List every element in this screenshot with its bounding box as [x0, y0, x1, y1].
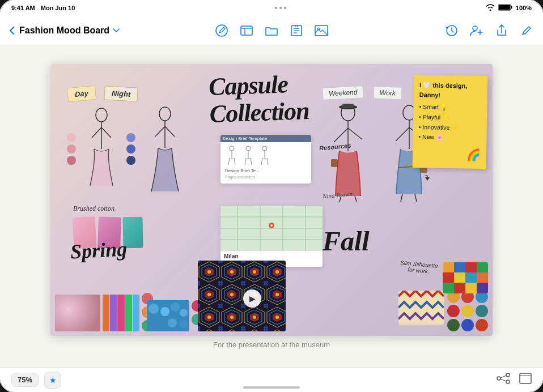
- rainbow-emoji: 🌈: [418, 145, 481, 163]
- night-sketch: [124, 104, 192, 194]
- svg-point-70: [153, 317, 163, 327]
- svg-line-55: [355, 196, 357, 202]
- svg-line-22: [92, 127, 101, 138]
- svg-line-23: [101, 127, 111, 138]
- bottom-mid-swatches: [147, 300, 203, 331]
- svg-rect-93: [477, 272, 488, 283]
- svg-point-3: [216, 25, 227, 36]
- svg-rect-83: [198, 261, 286, 331]
- zoom-area: 75% ★: [11, 372, 61, 389]
- svg-point-31: [230, 146, 234, 151]
- svg-rect-92: [465, 272, 477, 283]
- text-box-icon[interactable]: [289, 23, 304, 38]
- design-brief-card: Design Brief Template: [220, 135, 311, 184]
- status-time: 9:41 AM: [11, 5, 35, 11]
- zigzag-swatch: [398, 291, 444, 325]
- network-icon[interactable]: [497, 373, 510, 387]
- svg-point-98: [497, 377, 500, 380]
- main-content: CapsuleCollection Day Night: [0, 45, 543, 367]
- share-icon[interactable]: [494, 23, 509, 38]
- back-button[interactable]: [9, 26, 15, 35]
- day-sketch: [65, 104, 127, 194]
- svg-point-25: [126, 144, 135, 154]
- svg-point-33: [246, 146, 251, 151]
- svg-point-24: [126, 133, 135, 142]
- battery-icon: [498, 4, 512, 12]
- svg-point-66: [149, 304, 159, 314]
- left-section: Day Night: [62, 81, 203, 319]
- svg-rect-103: [520, 373, 531, 384]
- status-dot-1: [275, 7, 277, 9]
- svg-point-17: [67, 133, 76, 142]
- svg-line-58: [396, 127, 409, 141]
- folder-icon[interactable]: [264, 23, 279, 38]
- candy-swatch: [147, 300, 189, 331]
- svg-rect-87: [454, 262, 465, 272]
- svg-rect-95: [454, 283, 465, 293]
- sticky-title: I 🤍 this design, Danny!: [419, 80, 482, 100]
- fabric-label: Brushed cotton: [73, 204, 114, 213]
- svg-point-26: [126, 156, 135, 165]
- pencil-circle-icon[interactable]: [214, 23, 229, 38]
- svg-point-100: [506, 380, 510, 384]
- svg-point-72: [180, 320, 188, 328]
- star-button[interactable]: ★: [44, 372, 61, 389]
- svg-line-30: [165, 126, 175, 137]
- svg-line-101: [500, 376, 506, 378]
- mood-board-canvas[interactable]: CapsuleCollection Day Night: [50, 64, 493, 336]
- screen: 9:41 AM Mon Jun 10: [0, 0, 543, 392]
- fall-text: Fall: [323, 225, 370, 257]
- svg-rect-91: [454, 272, 465, 283]
- svg-point-27: [159, 107, 171, 121]
- card-body-text: Design Brief Te...: [225, 168, 307, 174]
- status-left: 9:41 AM Mon Jun 10: [11, 5, 75, 11]
- svg-point-71: [168, 318, 177, 327]
- svg-rect-94: [443, 283, 454, 293]
- toolbar-center: [184, 23, 359, 38]
- weekend-sketch: [320, 103, 376, 202]
- toolbar-right: [359, 23, 534, 38]
- svg-point-14: [473, 26, 477, 31]
- svg-point-20: [96, 108, 107, 122]
- sticky-item-3: • Innovative ⚡: [419, 122, 481, 133]
- svg-rect-53: [331, 159, 338, 167]
- status-right: 100%: [486, 4, 532, 12]
- document-title[interactable]: Fashion Mood Board: [19, 25, 120, 36]
- add-collaborator-icon[interactable]: [469, 23, 484, 38]
- status-bar: 9:41 AM Mon Jun 10: [0, 0, 543, 16]
- bottom-right-tools: [497, 373, 532, 387]
- svg-point-67: [160, 307, 169, 316]
- status-dot-2: [279, 7, 282, 9]
- svg-marker-61: [425, 177, 430, 181]
- browser-icon[interactable]: [239, 23, 254, 38]
- svg-point-46: [270, 224, 273, 227]
- history-icon[interactable]: [444, 23, 459, 38]
- edit-icon[interactable]: [519, 23, 534, 38]
- svg-rect-88: [465, 262, 477, 272]
- svg-line-50: [348, 128, 362, 139]
- svg-rect-1: [511, 6, 512, 9]
- wifi-icon: [486, 4, 495, 12]
- svg-point-18: [67, 144, 76, 154]
- svg-point-69: [180, 309, 188, 317]
- fullscreen-icon[interactable]: [519, 373, 532, 387]
- svg-rect-52: [342, 104, 354, 108]
- work-tag: Work: [374, 86, 402, 100]
- zoom-level[interactable]: 75%: [11, 373, 39, 387]
- svg-point-99: [506, 373, 510, 377]
- svg-rect-96: [465, 283, 477, 293]
- svg-line-29: [155, 126, 165, 137]
- sticky-list: • Smart 💡 • Playful 🌟 • Innovative ⚡ • N…: [418, 103, 481, 143]
- play-button[interactable]: ▶: [243, 289, 261, 308]
- spring-text: Spring: [70, 237, 128, 263]
- sticky-item-2: • Playful 🌟: [419, 112, 481, 122]
- sticky-item-1: • Smart 💡: [419, 103, 481, 113]
- image-insert-icon[interactable]: [314, 23, 329, 38]
- svg-rect-89: [477, 262, 488, 272]
- svg-line-64: [415, 194, 417, 202]
- right-bottom-grids: [398, 291, 488, 331]
- svg-rect-86: [443, 262, 454, 272]
- color-strips-swatch: [103, 295, 139, 331]
- svg-point-35: [262, 146, 267, 151]
- toolbar-left: Fashion Mood Board: [9, 25, 184, 36]
